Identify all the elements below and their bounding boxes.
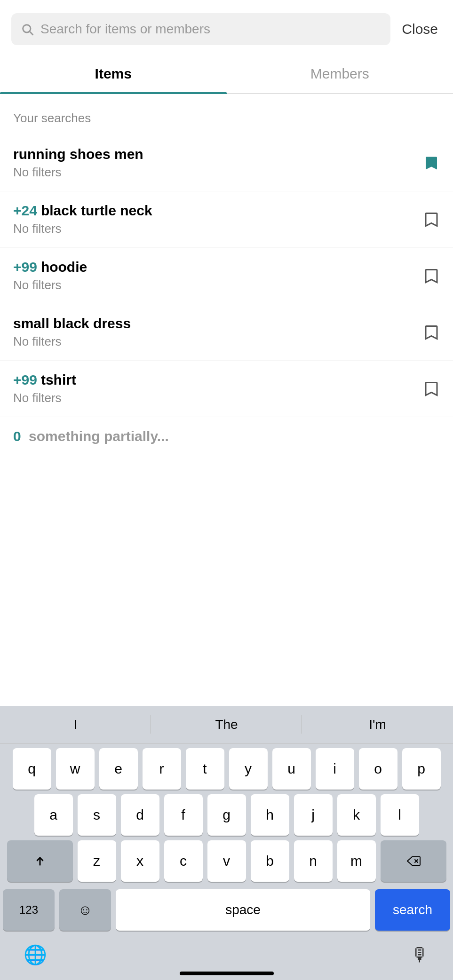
search-item-subtitle: No filters xyxy=(13,221,413,236)
key-r[interactable]: r xyxy=(143,748,181,790)
autocomplete-item-2[interactable]: The xyxy=(151,711,302,738)
keyboard-row-3: z x c v b n m xyxy=(3,840,450,882)
search-item-title: running shoes men xyxy=(13,146,413,162)
keyboard-rows: q w e r t y u i o p a s d f g h j k l xyxy=(0,743,453,889)
home-indicator xyxy=(180,972,274,975)
bookmark-empty-icon[interactable] xyxy=(423,324,440,341)
bookmark-filled-icon[interactable] xyxy=(423,155,440,172)
key-j[interactable]: j xyxy=(294,794,333,836)
key-d[interactable]: d xyxy=(121,794,159,836)
search-item-subtitle: No filters xyxy=(13,391,413,405)
list-item[interactable]: running shoes men No filters xyxy=(0,135,453,191)
search-item-title: +99 hoodie xyxy=(13,259,413,275)
close-button[interactable]: Close xyxy=(398,17,442,41)
key-m[interactable]: m xyxy=(337,840,376,882)
key-w[interactable]: w xyxy=(56,748,95,790)
search-item-title: small black dress xyxy=(13,316,413,332)
key-k[interactable]: k xyxy=(337,794,376,836)
key-c[interactable]: c xyxy=(164,840,203,882)
search-item-content: +24 black turtle neck No filters xyxy=(13,203,413,236)
keyboard-row-1: q w e r t y u i o p xyxy=(3,748,450,790)
search-item-subtitle: No filters xyxy=(13,278,413,292)
key-x[interactable]: x xyxy=(121,840,159,882)
key-a[interactable]: a xyxy=(34,794,73,836)
key-v[interactable]: v xyxy=(207,840,246,882)
search-item-title: +99 tshirt xyxy=(13,372,413,388)
svg-line-1 xyxy=(30,32,33,35)
search-results-list: running shoes men No filters +24 black t… xyxy=(0,135,453,458)
search-item-content: running shoes men No filters xyxy=(13,146,413,180)
key-u[interactable]: u xyxy=(272,748,311,790)
partial-list-item: 0 something partially... xyxy=(0,417,453,458)
bookmark-empty-icon[interactable] xyxy=(423,380,440,397)
key-h[interactable]: h xyxy=(251,794,289,836)
search-item-content: +99 hoodie No filters xyxy=(13,259,413,292)
search-item-subtitle: No filters xyxy=(13,165,413,180)
list-item[interactable]: +99 tshirt No filters xyxy=(0,361,453,417)
search-bar-area: Search for items or members Close xyxy=(0,0,453,55)
list-item[interactable]: +24 black turtle neck No filters xyxy=(0,191,453,248)
bookmark-empty-icon[interactable] xyxy=(423,211,440,228)
spacebar-row: 123 ☺ space search xyxy=(0,889,453,931)
tab-members[interactable]: Members xyxy=(227,55,453,93)
search-key[interactable]: search xyxy=(375,889,450,931)
key-n[interactable]: n xyxy=(294,840,333,882)
key-t[interactable]: t xyxy=(186,748,224,790)
key-f[interactable]: f xyxy=(164,794,203,836)
key-s[interactable]: s xyxy=(78,794,116,836)
list-item[interactable]: +99 hoodie No filters xyxy=(0,248,453,304)
key-i[interactable]: i xyxy=(316,748,354,790)
space-key[interactable]: space xyxy=(116,889,370,931)
key-z[interactable]: z xyxy=(78,840,116,882)
bookmark-empty-icon[interactable] xyxy=(423,268,440,285)
search-item-title: +24 black turtle neck xyxy=(13,203,413,219)
numbers-key[interactable]: 123 xyxy=(3,889,55,931)
list-item[interactable]: small black dress No filters xyxy=(0,304,453,361)
key-b[interactable]: b xyxy=(251,840,289,882)
key-q[interactable]: q xyxy=(13,748,51,790)
svg-point-0 xyxy=(23,25,31,32)
search-item-subtitle: No filters xyxy=(13,334,413,349)
mic-icon[interactable]: 🎙 xyxy=(411,944,429,965)
your-searches-label: Your searches xyxy=(0,94,453,135)
key-y[interactable]: y xyxy=(229,748,268,790)
key-g[interactable]: g xyxy=(207,794,246,836)
key-l[interactable]: l xyxy=(381,794,419,836)
search-item-content: small black dress No filters xyxy=(13,316,413,349)
tab-items[interactable]: Items xyxy=(0,55,227,93)
key-o[interactable]: o xyxy=(359,748,397,790)
keyboard-row-2: a s d f g h j k l xyxy=(3,794,450,836)
search-placeholder: Search for items or members xyxy=(40,22,210,37)
search-icon xyxy=(21,23,34,36)
autocomplete-bar: I The I'm xyxy=(0,706,453,743)
autocomplete-item-1[interactable]: I xyxy=(0,711,151,738)
globe-icon[interactable]: 🌐 xyxy=(24,944,47,966)
autocomplete-item-3[interactable]: I'm xyxy=(302,711,453,738)
search-input-wrapper[interactable]: Search for items or members xyxy=(11,13,390,45)
shift-key[interactable] xyxy=(7,840,73,882)
search-item-content: +99 tshirt No filters xyxy=(13,372,413,405)
emoji-key[interactable]: ☺ xyxy=(59,889,111,931)
key-p[interactable]: p xyxy=(402,748,441,790)
key-e[interactable]: e xyxy=(99,748,138,790)
keyboard: I The I'm q w e r t y u i o p a s d f g … xyxy=(0,706,453,980)
partial-item-title: 0 something partially... xyxy=(13,428,440,444)
delete-key[interactable] xyxy=(381,840,446,882)
tabs-container: Items Members xyxy=(0,55,453,94)
